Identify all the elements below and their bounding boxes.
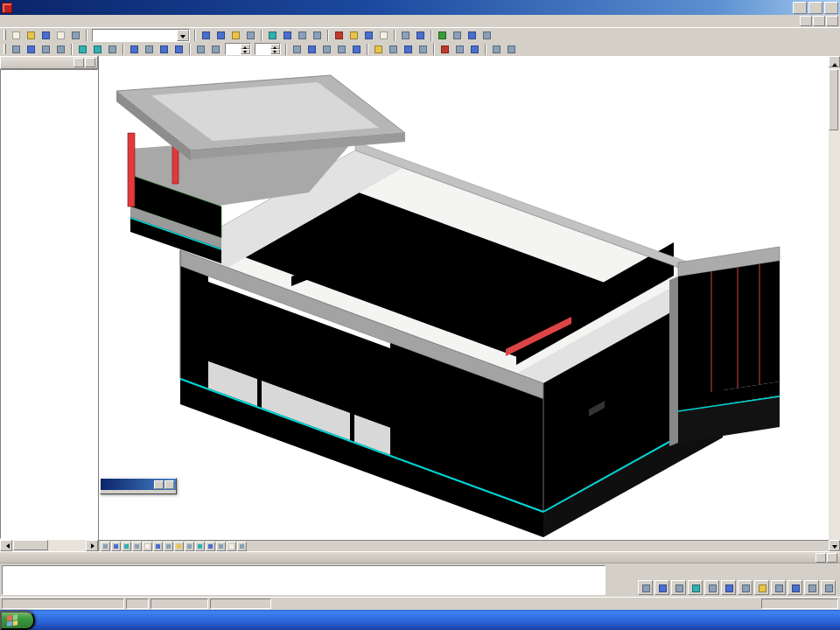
glass-column-2[interactable] [350, 334, 354, 443]
viewport-vertical-scrollbar[interactable] [829, 56, 840, 551]
toolbar-icon[interactable] [402, 43, 415, 56]
command-icon[interactable] [738, 580, 752, 595]
preview-icon[interactable] [69, 29, 82, 42]
toolbar-icon[interactable] [305, 43, 318, 56]
toolbar-icon[interactable] [377, 29, 390, 42]
toolbar-icon[interactable] [281, 29, 294, 42]
toolbar-icon[interactable] [490, 43, 503, 56]
command-icon[interactable] [788, 580, 802, 595]
view-icon[interactable] [206, 542, 215, 551]
print-icon[interactable] [54, 29, 67, 42]
view-icon[interactable] [174, 542, 184, 551]
view-icon[interactable] [216, 542, 226, 551]
model-canvas[interactable] [99, 56, 829, 540]
view-icon[interactable] [132, 542, 142, 551]
view-icon[interactable] [153, 542, 163, 551]
annex-right-red-wall[interactable] [678, 261, 780, 397]
toolbar-icon[interactable] [362, 29, 375, 42]
toolbar-icon[interactable] [347, 29, 360, 42]
toolbar-icon[interactable] [350, 43, 363, 56]
view-icon[interactable] [101, 542, 110, 551]
pin-icon[interactable] [74, 58, 84, 67]
title-bar[interactable] [0, 0, 840, 15]
restore-button[interactable] [808, 2, 822, 14]
toolbar-icon[interactable] [335, 43, 348, 56]
toolbar-icon[interactable] [200, 29, 213, 42]
scrollbar-thumb[interactable] [13, 540, 48, 550]
toolbar-icon[interactable] [311, 29, 324, 42]
toolbar-icon[interactable] [320, 43, 333, 56]
status-snap-mode[interactable] [761, 598, 838, 609]
command-icon[interactable] [821, 580, 836, 595]
toolbar-icon[interactable] [416, 43, 430, 56]
scroll-right-icon[interactable] [86, 540, 98, 551]
toolbar-icon[interactable] [480, 29, 494, 42]
menu-tree-header[interactable] [0, 56, 98, 69]
annex-red-column-1[interactable] [128, 133, 135, 206]
toolbar-icon[interactable] [54, 43, 67, 56]
scroll-down-icon[interactable] [829, 540, 840, 551]
scrollbar-thumb[interactable] [829, 69, 838, 130]
view-icon[interactable] [164, 542, 173, 551]
toolbar-icon[interactable] [24, 43, 38, 56]
front-wall-pier[interactable] [180, 266, 208, 388]
command-icon[interactable] [638, 580, 653, 595]
toolbar-icon[interactable] [209, 43, 222, 56]
view-icon[interactable] [195, 542, 205, 551]
close-button[interactable] [824, 2, 838, 14]
palette-menu-icon[interactable] [154, 480, 164, 489]
command-icon[interactable] [671, 580, 686, 595]
sidebar-horizontal-scrollbar[interactable] [0, 539, 98, 551]
minimize-button[interactable] [793, 2, 807, 14]
mdi-minimize-button[interactable] [800, 16, 812, 26]
close-icon[interactable] [85, 58, 95, 67]
toolbar-icon[interactable] [505, 43, 518, 56]
view-icon[interactable] [111, 542, 121, 551]
view-icon[interactable] [227, 542, 236, 551]
command-panel-header[interactable] [0, 552, 840, 564]
command-icon[interactable] [804, 580, 819, 595]
toolbar-icon[interactable] [438, 43, 452, 56]
toolbar-grip[interactable] [4, 30, 6, 40]
toolbar-icon[interactable] [399, 29, 412, 42]
start-button[interactable] [0, 611, 35, 630]
project-combobox[interactable] [92, 29, 190, 42]
toolbar-icon[interactable] [453, 43, 466, 56]
combobox-dropdown-icon[interactable] [177, 30, 189, 41]
toolbar-icon[interactable] [91, 43, 104, 56]
toolbar-icon[interactable] [387, 43, 400, 56]
toolbar-icon[interactable] [172, 43, 186, 56]
toolbar-icon[interactable] [414, 29, 427, 42]
close-icon[interactable] [827, 553, 837, 563]
view-icon[interactable] [122, 542, 131, 551]
scroll-up-icon[interactable] [829, 56, 840, 67]
toolbar-icon[interactable] [266, 29, 279, 42]
open-icon[interactable] [24, 29, 38, 42]
command-icon[interactable] [704, 580, 719, 595]
toolbar-spinner-1[interactable] [225, 43, 251, 55]
command-input[interactable] [2, 565, 606, 595]
toolbar-icon[interactable] [128, 43, 141, 56]
command-icon[interactable] [754, 580, 769, 595]
ansicht-palette-titlebar[interactable] [101, 479, 176, 490]
command-icon[interactable] [721, 580, 736, 595]
command-icon[interactable] [654, 580, 669, 595]
toolbar-icon[interactable] [158, 43, 171, 56]
ansicht-palette[interactable] [100, 478, 177, 494]
pin-icon[interactable] [816, 553, 826, 563]
toolbar-icon[interactable] [229, 29, 242, 42]
toolbar-icon[interactable] [39, 43, 52, 56]
toolbar-icon[interactable] [143, 43, 156, 56]
palette-close-icon[interactable] [164, 480, 174, 489]
command-icon[interactable] [688, 580, 703, 595]
toolbar-icon[interactable] [468, 43, 481, 56]
mdi-restore-button[interactable] [813, 16, 825, 26]
toolbar-icon[interactable] [10, 43, 23, 56]
model-viewport[interactable] [99, 56, 829, 551]
toolbar-icon[interactable] [332, 29, 346, 42]
glass-column-1[interactable] [257, 300, 262, 409]
command-icon[interactable] [771, 580, 786, 595]
mdi-close-button[interactable] [826, 16, 838, 26]
toolbar-icon[interactable] [290, 43, 304, 56]
toolbar-icon[interactable] [194, 43, 207, 56]
